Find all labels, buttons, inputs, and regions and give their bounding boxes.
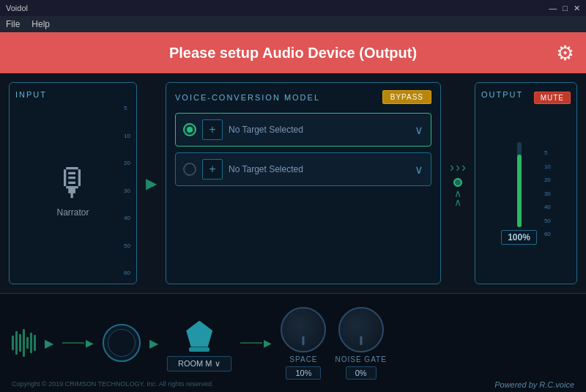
volume-track	[517, 142, 522, 227]
noise-gate-label: NOISE GATE	[335, 355, 386, 363]
input-level: 5 10 20 30 40 50 60	[124, 105, 130, 276]
slot-2-radio[interactable]	[183, 163, 196, 176]
noise-gate-knob[interactable]	[338, 307, 384, 352]
main-content: INPUT 🎙 5 10 20 30 40 50 60 Narrator ▶ V	[0, 73, 586, 392]
slot-1-radio[interactable]	[183, 123, 196, 136]
slot-2-add[interactable]: +	[202, 159, 223, 180]
vc-label: VOICE-CONVERSION MODEL	[175, 93, 320, 102]
slot-1-add[interactable]: +	[202, 119, 223, 140]
space-section: ROOM M ∨	[167, 315, 231, 371]
help-menu[interactable]: Help	[31, 19, 50, 29]
room-label: ROOM M	[178, 359, 212, 368]
bypass-button[interactable]: BYPASS	[382, 90, 431, 104]
settings-button[interactable]: ⚙	[556, 41, 574, 65]
header-banner: Please setup Audio Device (Output) ⚙	[0, 32, 586, 73]
wave-bar	[12, 336, 14, 350]
noise-gate-value: 0%	[346, 366, 377, 380]
app-title: Voidol	[6, 4, 28, 12]
close-button[interactable]: ✕	[574, 4, 580, 13]
space-knob[interactable]	[281, 307, 326, 352]
file-menu[interactable]: File	[6, 19, 20, 29]
vc-header: VOICE-CONVERSION MODEL BYPASS	[175, 90, 431, 104]
powered-by: Powered by R.C.voice	[494, 380, 574, 389]
up-arrows: ∧ ∧	[454, 190, 461, 206]
slot-2-chevron[interactable]: ∨	[415, 163, 423, 177]
mic-icon: 🎙	[54, 163, 92, 201]
chevron-right-arrows: › › ›	[450, 160, 466, 175]
volume-slider[interactable]: 100%	[501, 142, 537, 245]
slot-1-name: No Target Selected	[229, 125, 409, 135]
slot-2-name: No Target Selected	[229, 164, 409, 174]
output-volume: 100% 5 10 20 30 40 50 60	[481, 111, 571, 276]
input-inner: 🎙 5 10 20 30 40 50 60 Narrator	[15, 105, 130, 276]
arrow-2: ▶	[149, 336, 158, 350]
bottom-section: ▶ ▶ ▶ ROOM M ∨ ▶	[0, 293, 586, 392]
space-value: 10%	[286, 366, 321, 380]
window-controls: — □ ✕	[549, 4, 580, 13]
output-label: OUTPUT	[481, 90, 523, 99]
target-slot-1[interactable]: + No Target Selected ∨	[175, 113, 431, 147]
long-arrow-2: ▶	[240, 337, 272, 349]
space-label: SPACE	[289, 355, 317, 363]
space-controls: SPACE 10%	[281, 307, 326, 380]
copyright: Copyright © 2019 CRIMSON TECHNOLOGY, Inc…	[12, 380, 213, 389]
vc-panel: VOICE-CONVERSION MODEL BYPASS + No Targe…	[166, 82, 441, 284]
vc-to-output-arrows: › › › ∧ ∧	[448, 82, 467, 284]
minimize-button[interactable]: —	[549, 4, 557, 13]
input-to-vc-arrow: ▶	[144, 82, 158, 284]
room-chevron: ∨	[215, 359, 220, 369]
pitch-knob[interactable]	[103, 324, 141, 362]
input-panel: INPUT 🎙 5 10 20 30 40 50 60 Narrator	[9, 82, 137, 284]
menu-bar: File Help	[0, 16, 586, 32]
slot-1-chevron[interactable]: ∨	[415, 123, 423, 137]
narrator-label: Narrator	[56, 207, 89, 218]
input-label: INPUT	[15, 90, 47, 99]
footer: Copyright © 2019 CRIMSON TECHNOLOGY, Inc…	[0, 380, 586, 389]
mute-button[interactable]: MUTE	[534, 92, 571, 104]
waveform	[12, 328, 36, 358]
title-bar: Voidol — □ ✕	[0, 0, 586, 16]
maximize-button[interactable]: □	[563, 4, 568, 13]
volume-percent: 100%	[501, 230, 537, 245]
diamond-icon	[180, 315, 218, 353]
dot-indicator	[453, 178, 462, 187]
room-button[interactable]: ROOM M ∨	[167, 356, 231, 371]
noise-gate-controls: NOISE GATE 0%	[335, 307, 386, 380]
volume-fill	[517, 155, 522, 227]
output-header: OUTPUT MUTE	[481, 90, 571, 105]
output-panel: OUTPUT MUTE 100% 5 10 20 30 40 50 60	[475, 82, 577, 284]
volume-labels: 5 10 20 30 40 50 60	[544, 149, 551, 237]
long-arrow-1: ▶	[62, 337, 94, 349]
target-slot-2[interactable]: + No Target Selected ∨	[175, 152, 431, 186]
top-section: INPUT 🎙 5 10 20 30 40 50 60 Narrator ▶ V	[0, 73, 586, 293]
header-message: Please setup Audio Device (Output)	[169, 45, 417, 62]
arrow-1: ▶	[45, 336, 53, 350]
